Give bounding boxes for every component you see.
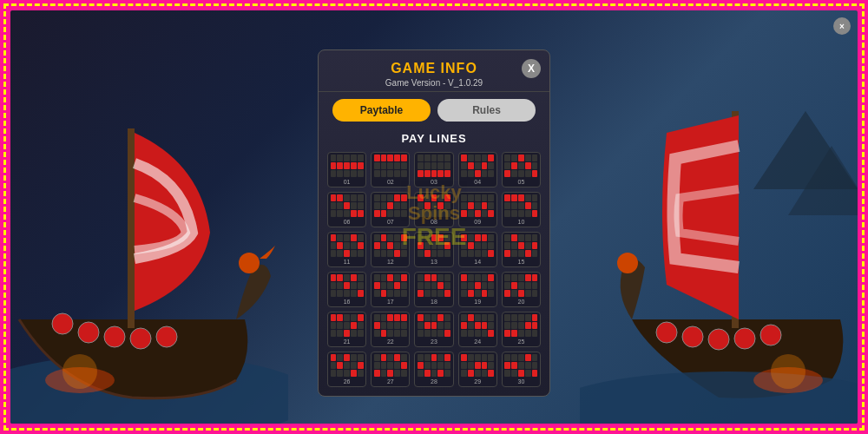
tab-row: Paytable Rules: [319, 92, 549, 128]
payline-item: 03: [414, 152, 453, 187]
section-title: PAY LINES: [319, 128, 549, 152]
payline-item: 14: [458, 232, 497, 267]
payline-item: 19: [458, 272, 497, 307]
payline-item: 02: [371, 152, 410, 187]
payline-item: 08: [414, 192, 453, 227]
payline-item: 17: [371, 272, 410, 307]
payline-item: 26: [327, 352, 366, 387]
game-close-button[interactable]: ×: [833, 17, 851, 35]
payline-item: 21: [327, 312, 366, 347]
payline-item: 27: [371, 352, 410, 387]
payline-item: 10: [502, 192, 541, 227]
outer-border: Lucky Spins FREE × GAME INFO Game Versio…: [0, 0, 868, 434]
modal-overlay: GAME INFO Game Version - V_1.0.29 X Payt…: [10, 10, 858, 424]
payline-item: 09: [458, 192, 497, 227]
tab-paytable[interactable]: Paytable: [332, 99, 431, 122]
payline-item: 05: [502, 152, 541, 187]
game-background: Lucky Spins FREE × GAME INFO Game Versio…: [10, 10, 858, 424]
payline-item: 30: [502, 352, 541, 387]
payline-item: 15: [502, 232, 541, 267]
modal-version: Game Version - V_1.0.29: [332, 78, 536, 88]
payline-item: 07: [371, 192, 410, 227]
payline-item: 29: [458, 352, 497, 387]
payline-item: 01: [327, 152, 366, 187]
payline-item: 22: [371, 312, 410, 347]
payline-item: 23: [414, 312, 453, 347]
payline-item: 12: [371, 232, 410, 267]
payline-item: 11: [327, 232, 366, 267]
tab-rules[interactable]: Rules: [437, 99, 536, 122]
payline-item: 06: [327, 192, 366, 227]
modal-title: GAME INFO: [332, 61, 536, 76]
modal-header: GAME INFO Game Version - V_1.0.29 X: [319, 50, 549, 92]
payline-item: 18: [414, 272, 453, 307]
paylines-grid: 0102030405060708091011121314151617181920…: [327, 152, 541, 387]
payline-item: 13: [414, 232, 453, 267]
payline-item: 16: [327, 272, 366, 307]
payline-item: 25: [502, 312, 541, 347]
payline-item: 28: [414, 352, 453, 387]
payline-item: 04: [458, 152, 497, 187]
payline-item: 24: [458, 312, 497, 347]
payline-item: 20: [502, 272, 541, 307]
modal-close-button[interactable]: X: [522, 59, 541, 78]
modal-body[interactable]: 0102030405060708091011121314151617181920…: [319, 152, 549, 396]
game-info-modal: GAME INFO Game Version - V_1.0.29 X Payt…: [318, 49, 550, 397]
